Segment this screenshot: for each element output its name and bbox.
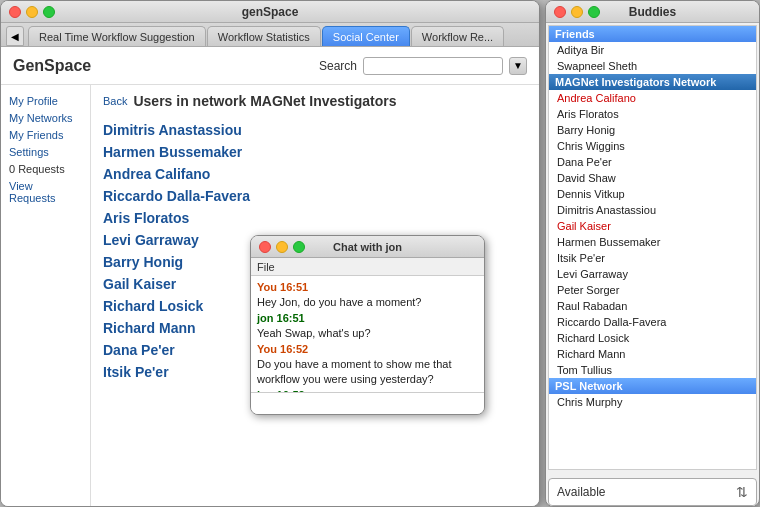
buddy-item[interactable]: Dennis Vitkup [549, 186, 756, 202]
user-item[interactable]: Harmen Bussemaker [103, 141, 527, 163]
tab-scroll-left[interactable]: ◀ [6, 26, 24, 46]
section-header-magnet[interactable]: MAGNet Investigators Network [549, 74, 756, 90]
search-dropdown-button[interactable]: ▼ [509, 57, 527, 75]
buddy-item[interactable]: David Shaw [549, 170, 756, 186]
chat-file-menu[interactable]: File [257, 261, 275, 273]
chat-close-button[interactable] [259, 241, 271, 253]
buddy-item[interactable]: Levi Garraway [549, 266, 756, 282]
search-label: Search [319, 59, 357, 73]
main-title-bar: genSpace [1, 1, 539, 23]
buddies-close-button[interactable] [554, 6, 566, 18]
tab-workflow-statistics[interactable]: Workflow Statistics [207, 26, 321, 46]
buddies-list: Friends Aditya Bir Swapneel Sheth MAGNet… [548, 25, 757, 470]
minimize-button[interactable] [26, 6, 38, 18]
sidebar-item-settings[interactable]: Settings [9, 146, 82, 158]
user-item[interactable]: Dimitris Anastassiou [103, 119, 527, 141]
chat-window: Chat with jon File You 16:51 Hey Jon, do… [250, 235, 485, 415]
chat-message-text: Hey Jon, do you have a moment? [257, 296, 421, 308]
status-label: Available [557, 485, 605, 499]
chat-body: You 16:51 Hey Jon, do you have a moment?… [251, 276, 484, 392]
buddy-item[interactable]: Richard Mann [549, 346, 756, 362]
buddies-window-title: Buddies [629, 5, 676, 19]
chat-message-text: Yeah Swap, what's up? [257, 327, 371, 339]
sidebar-item-my-friends[interactable]: My Friends [9, 129, 82, 141]
tab-social-center[interactable]: Social Center [322, 26, 410, 46]
tab-bar: ◀ Real Time Workflow Suggestion Workflow… [1, 23, 539, 47]
buddy-item[interactable]: Itsik Pe'er [549, 250, 756, 266]
buddy-item[interactable]: Harmen Bussemaker [549, 234, 756, 250]
tab-workflow-suggestion[interactable]: Real Time Workflow Suggestion [28, 26, 206, 46]
buddies-window: Buddies Friends Aditya Bir Swapneel Shet… [545, 0, 760, 507]
buddy-item[interactable]: Raul Rabadan [549, 298, 756, 314]
tab-workflow-re[interactable]: Workflow Re... [411, 26, 504, 46]
sidebar: My Profile My Networks My Friends Settin… [1, 85, 91, 506]
page-title: Users in network MAGNet Investigators [133, 93, 396, 109]
buddies-minimize-button[interactable] [571, 6, 583, 18]
buddy-item[interactable]: Tom Tullius [549, 362, 756, 378]
chat-input-area [251, 392, 484, 414]
chat-maximize-button[interactable] [293, 241, 305, 253]
search-area: Search ▼ [319, 57, 527, 75]
sidebar-item-my-networks[interactable]: My Networks [9, 112, 82, 124]
chat-title-bar: Chat with jon [251, 236, 484, 258]
chat-minimize-button[interactable] [276, 241, 288, 253]
buddy-item[interactable]: Swapneel Sheth [549, 58, 756, 74]
buddy-item[interactable]: Richard Losick [549, 330, 756, 346]
section-header-friends[interactable]: Friends [549, 26, 756, 42]
sidebar-item-view-requests[interactable]: View Requests [9, 180, 82, 204]
chat-traffic-lights [259, 241, 305, 253]
buddy-item[interactable]: Gail Kaiser [549, 218, 756, 234]
maximize-button[interactable] [43, 6, 55, 18]
chat-message-2: jon 16:51 Yeah Swap, what's up? [257, 311, 478, 342]
buddies-traffic-lights [554, 6, 600, 18]
chat-message-3: You 16:52 Do you have a moment to show m… [257, 342, 478, 388]
chat-message-text: Do you have a moment to show me that wor… [257, 358, 451, 385]
traffic-lights [9, 6, 55, 18]
back-link[interactable]: Back [103, 95, 127, 107]
buddy-item[interactable]: Riccardo Dalla-Favera [549, 314, 756, 330]
main-window-title: genSpace [242, 5, 299, 19]
buddy-item[interactable]: Aditya Bir [549, 42, 756, 58]
chat-menu-bar: File [251, 258, 484, 276]
buddy-item[interactable]: Chris Wiggins [549, 138, 756, 154]
user-item[interactable]: Andrea Califano [103, 163, 527, 185]
close-button[interactable] [9, 6, 21, 18]
app-header: GenSpace Search ▼ [1, 47, 539, 85]
chat-user-label: You 16:51 [257, 281, 308, 293]
buddies-status-bar[interactable]: Available ⇅ [548, 478, 757, 506]
chat-user-label: You 16:52 [257, 343, 308, 355]
buddies-maximize-button[interactable] [588, 6, 600, 18]
buddy-item[interactable]: Dana Pe'er [549, 154, 756, 170]
genspace-logo: GenSpace [13, 57, 91, 75]
user-item[interactable]: Aris Floratos [103, 207, 527, 229]
buddy-item[interactable]: Dimitris Anastassiou [549, 202, 756, 218]
chat-input[interactable] [251, 393, 484, 414]
page-header: Back Users in network MAGNet Investigato… [103, 93, 527, 109]
sidebar-item-my-profile[interactable]: My Profile [9, 95, 82, 107]
buddy-item[interactable]: Peter Sorger [549, 282, 756, 298]
buddy-item[interactable]: Andrea Califano [549, 90, 756, 106]
section-header-psl[interactable]: PSL Network [549, 378, 756, 394]
chat-user-label: jon 16:51 [257, 312, 305, 324]
status-dropdown-icon: ⇅ [736, 484, 748, 500]
requests-count: 0 Requests [9, 163, 82, 175]
buddy-item[interactable]: Aris Floratos [549, 106, 756, 122]
chat-message-1: You 16:51 Hey Jon, do you have a moment? [257, 280, 478, 311]
chat-window-title: Chat with jon [333, 241, 402, 253]
buddy-item[interactable]: Chris Murphy [549, 394, 756, 410]
search-input[interactable] [363, 57, 503, 75]
buddies-title-bar: Buddies [546, 1, 759, 23]
buddy-item[interactable]: Barry Honig [549, 122, 756, 138]
user-item[interactable]: Riccardo Dalla-Favera [103, 185, 527, 207]
